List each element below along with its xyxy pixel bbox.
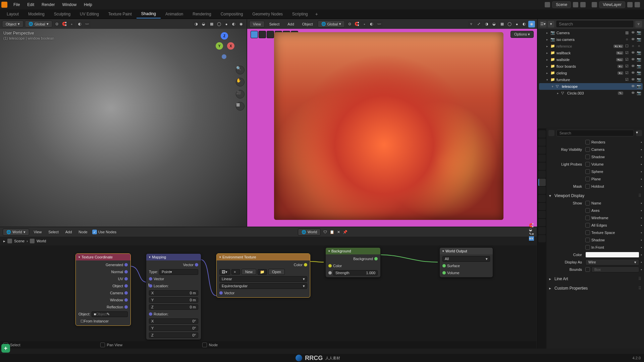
- keyframe-dot-icon[interactable]: •: [641, 245, 642, 249]
- ptab-particles-icon[interactable]: [538, 195, 546, 202]
- prop-checkbox[interactable]: [585, 208, 590, 213]
- outliner-toggle-2[interactable]: 📷: [637, 57, 641, 62]
- expand-icon[interactable]: ▸: [545, 58, 549, 62]
- camera-view-icon[interactable]: 🎥: [236, 90, 245, 99]
- keyframe-dot-icon[interactable]: •: [641, 140, 642, 144]
- outliner-toggle-0[interactable]: [625, 84, 629, 89]
- outliner-row-Circle.003[interactable]: ▸▽Circle.003✎👁📷: [539, 90, 643, 97]
- vpr-propedit-type-icon[interactable]: 〰: [376, 21, 382, 27]
- outliner-display-icon[interactable]: ▾: [548, 21, 554, 27]
- ptab-viewlayer-icon[interactable]: [538, 146, 546, 154]
- vpr-snap-target-icon[interactable]: ▫: [361, 21, 368, 27]
- keyframe-dot-icon[interactable]: •: [641, 184, 642, 188]
- worldout-target-dropdown[interactable]: All▾: [442, 256, 490, 262]
- outliner-toggle-1[interactable]: ○: [631, 44, 635, 49]
- outliner-toggle-1[interactable]: 👁: [631, 51, 635, 55]
- viewlayer-new-icon[interactable]: [627, 2, 633, 7]
- shading-solid-icon[interactable]: ●: [223, 21, 230, 27]
- socket-bg-out[interactable]: [374, 257, 378, 260]
- outliner-toggle-0[interactable]: ▥: [625, 31, 629, 35]
- socket-wo-surface[interactable]: [442, 264, 446, 267]
- mapping-type-dropdown[interactable]: Point ▾: [159, 269, 198, 275]
- addon-badge-icon[interactable]: +: [1, 344, 10, 353]
- menu-file[interactable]: File: [10, 1, 23, 8]
- ptab-data-icon[interactable]: [538, 219, 546, 226]
- prop-checkbox[interactable]: [585, 238, 590, 242]
- expand-icon[interactable]: ▸: [556, 91, 560, 95]
- node-mapping[interactable]: ▾Mapping Vector Type:Point ▾ Vector Loca…: [146, 253, 201, 340]
- outliner-toggle-2[interactable]: 📷: [637, 91, 641, 96]
- outliner-search-input[interactable]: [556, 20, 634, 28]
- vpr-wire-icon[interactable]: ◯: [506, 21, 513, 27]
- axis-neg-icon[interactable]: [222, 54, 226, 59]
- pan-icon[interactable]: ✋: [236, 78, 245, 86]
- keyframe-dot-icon[interactable]: •: [641, 208, 642, 213]
- ptab-scene-icon[interactable]: [538, 155, 546, 162]
- outliner-toggle-2[interactable]: 📷: [637, 31, 641, 35]
- viewport-options-button[interactable]: Options ▾: [511, 31, 534, 38]
- zoom-icon[interactable]: 🔍: [236, 66, 245, 74]
- section-line-art[interactable]: ▸Line Art⠿: [548, 275, 642, 283]
- section-custom-props[interactable]: ▸Custom Properties⠿: [548, 285, 642, 292]
- socket-map-rotation[interactable]: [149, 312, 152, 316]
- outliner-toggle-2[interactable]: 📷: [637, 64, 641, 69]
- outliner-row-telescope[interactable]: ▾▽telescope👁📷: [539, 83, 643, 90]
- section-viewport-display[interactable]: ▾Viewport Display⠿: [548, 192, 642, 199]
- ne-type-dropdown[interactable]: 🌐 World ▾: [3, 229, 29, 236]
- socket-env-color-out[interactable]: [304, 263, 307, 266]
- ne-unlink-icon[interactable]: ✕: [337, 230, 340, 234]
- vpr-local-icon[interactable]: ⤢: [475, 21, 482, 27]
- outliner-toggle-0[interactable]: ☑: [625, 71, 629, 75]
- outliner-toggle-1[interactable]: 👁: [631, 77, 635, 82]
- viewport-left-canvas[interactable]: User Perspective (1) telescope | window …: [0, 29, 247, 227]
- node-canvas[interactable]: ▾Texture Coordinate Generated Normal UV …: [0, 245, 537, 341]
- ne-menu-node[interactable]: Node: [76, 229, 89, 235]
- tab-uvediting[interactable]: UV Editing: [75, 10, 104, 18]
- map-loc-z[interactable]: Z0 m: [149, 304, 198, 310]
- from-instancer-checkbox[interactable]: ☐ From Instancer: [78, 319, 128, 324]
- env-proj-dropdown[interactable]: Equirectangular▾: [219, 283, 307, 289]
- vp-right-menu-select[interactable]: Select: [266, 21, 283, 27]
- ptab-material-icon[interactable]: [538, 227, 546, 234]
- outliner-row-wallback[interactable]: ▸📁wallback▾₆₀☑👁📷: [539, 50, 643, 56]
- socket-object[interactable]: [124, 284, 128, 288]
- select-tool-circ-icon[interactable]: [267, 31, 274, 38]
- expand-icon[interactable]: ▸: [545, 64, 549, 68]
- outliner-filter-icon[interactable]: ▿: [635, 21, 642, 27]
- menu-render[interactable]: Render: [38, 1, 58, 8]
- scene-new-icon[interactable]: [573, 2, 578, 7]
- prop-checkbox[interactable]: [585, 245, 590, 250]
- use-nodes-checkbox[interactable]: ✓Use Nodes: [92, 230, 116, 234]
- ne-preview-icon[interactable]: ●▾: [529, 236, 534, 241]
- shading-rendered-icon[interactable]: ◉: [238, 21, 245, 27]
- tab-scripting[interactable]: Scripting: [287, 10, 313, 18]
- outliner-toggle-0[interactable]: ☑: [625, 64, 629, 69]
- outliner-toggle-2[interactable]: 📷: [637, 37, 641, 42]
- vpr-mesh-select-icon[interactable]: ▿: [468, 21, 475, 27]
- ne-menu-view[interactable]: View: [32, 229, 44, 235]
- outliner-toggle-1[interactable]: 👁: [631, 91, 635, 96]
- prop-checkbox[interactable]: [585, 267, 590, 272]
- outliner-mode-icon[interactable]: ☰▾: [540, 21, 546, 27]
- socket-bg-color[interactable]: [328, 264, 332, 267]
- expand-icon[interactable]: ▸: [545, 31, 549, 35]
- outliner-toggle-0[interactable]: ☐: [625, 44, 629, 49]
- ptab-physics-icon[interactable]: [538, 203, 546, 210]
- tab-geometrynodes[interactable]: Geometry Nodes: [248, 10, 287, 18]
- viewlayer-name-field[interactable]: ViewLayer: [599, 1, 625, 8]
- props-search-input[interactable]: [556, 130, 634, 136]
- vp-right-orient[interactable]: 🌐 Global ▾: [318, 20, 345, 27]
- vp-right-menu-add[interactable]: Add: [284, 21, 298, 27]
- keyframe-dot-icon[interactable]: •: [641, 170, 642, 174]
- axis-z-icon[interactable]: Z: [221, 32, 228, 40]
- env-image-dropdown[interactable]: 🖼▾: [219, 269, 230, 275]
- env-new-button[interactable]: New: [241, 269, 256, 275]
- prop-checkbox[interactable]: [585, 184, 590, 189]
- texcoord-object-field[interactable]: ■ Object ✎: [92, 311, 128, 317]
- socket-map-vector-in[interactable]: [149, 277, 152, 281]
- ne-fake-user-icon[interactable]: 🛡: [323, 230, 327, 234]
- outliner-row-Camera[interactable]: ▸📷Camera▥👁📷: [539, 29, 643, 36]
- vpr-propedit-icon[interactable]: ◐: [368, 21, 375, 27]
- mode-dropdown[interactable]: Object ▾: [2, 20, 23, 27]
- keyframe-dot-icon[interactable]: •: [641, 253, 642, 257]
